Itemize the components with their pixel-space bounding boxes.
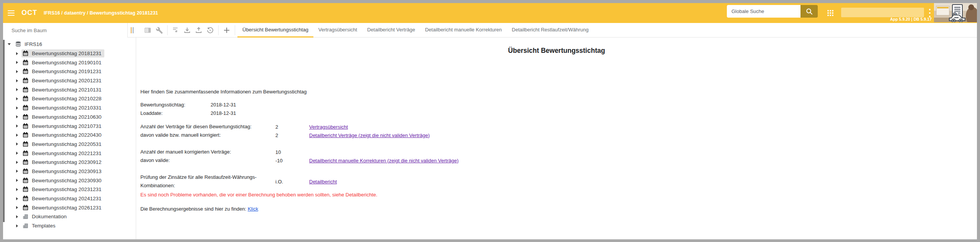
results-link[interactable]: Klick [248,206,258,212]
toolbar: Übersicht Bewertungsstichtag Vertragsübe… [3,23,977,38]
app-header: OCT IFRS16 / dataentry / Bewertungsstich… [3,3,977,23]
wrench-icon[interactable] [153,25,165,36]
tree-item[interactable]: Bewertungsstichtag 20221231 [3,149,136,158]
caret-right-icon[interactable] [16,79,18,82]
caret-right-icon[interactable] [16,97,18,100]
tree-item[interactable]: Dokumentation [3,212,136,221]
calendar-icon [22,77,29,84]
calendar-icon [22,59,29,66]
warning-message: Es sind noch Probleme vorhanden, die vor… [140,192,377,198]
caret-right-icon[interactable] [16,161,18,164]
caret-right-icon[interactable] [16,134,18,137]
upload-icon[interactable] [193,25,204,36]
app-logo: OCT [21,9,37,17]
caret-right-icon[interactable] [16,170,18,173]
tree-item[interactable]: Bewertungsstichtag 20210131 [3,85,136,94]
tree-item-label: Bewertungsstichtag 20241231 [32,196,102,201]
caret-right-icon[interactable] [16,61,18,64]
tree-item[interactable]: Bewertungsstichtag 20210331 [3,103,136,113]
detail-value: 2 [275,124,309,130]
app-window: OCT IFRS16 / dataentry / Bewertungsstich… [3,3,977,239]
tree-item-label: Bewertungsstichtag 20201231 [32,78,102,83]
detail-value: 2 [275,132,309,138]
report-tab[interactable]: Vertragsübersicht [313,23,362,38]
tree-item[interactable]: Bewertungsstichtag 20241231 [3,194,136,203]
tree-item[interactable]: Bewertungsstichtag 20191231 [3,67,136,76]
kebab-menu-icon[interactable] [928,9,931,17]
tree-item[interactable]: Templates [3,221,136,231]
caret-right-icon[interactable] [16,188,18,191]
summary-value: 2018-12-31 [211,101,236,109]
calendar-icon [22,159,29,165]
tree-item[interactable]: Bewertungsstichtag 20181231 [3,49,136,58]
detail-report-link[interactable]: Detailbericht Verträge (zeigt die nicht … [309,132,430,138]
caret-right-icon[interactable] [16,142,18,146]
tree-item-label: Bewertungsstichtag 20210331 [32,105,102,111]
tree-item-label: Bewertungsstichtag 20210131 [32,87,102,93]
detail-row: davon valide: -10 Detailbericht manuelle… [140,156,458,165]
tree-search-input[interactable] [3,23,128,38]
caret-right-icon[interactable] [16,106,18,110]
caret-right-icon[interactable] [16,52,18,55]
summary-label: Bewertungsstichtag: [140,101,211,109]
menu-icon[interactable] [8,10,15,16]
detail-label: davon valide: [140,156,275,165]
tree-item[interactable]: Bewertungsstichtag 20190101 [3,58,136,67]
caret-right-icon[interactable] [16,88,18,91]
caret-right-icon[interactable] [16,197,18,200]
tree-item[interactable]: Bewertungsstichtag 20210630 [3,113,136,122]
detail-value: 10 [275,149,309,155]
tree-item[interactable]: Bewertungsstichtag 20201231 [3,76,136,85]
caret-right-icon[interactable] [16,179,18,182]
report-tab[interactable]: Detailbericht Verträge [362,23,420,38]
report-tab[interactable]: Übersicht Bewertungsstichtag [237,23,313,38]
caret-right-icon[interactable] [16,215,18,218]
detail-value: -10 [275,158,309,164]
download-icon[interactable] [181,25,193,36]
tree-item[interactable]: Bewertungsstichtag 20210731 [3,121,136,131]
breadcrumb: IFRS16 / dataentry / Bewertungsstichtag … [44,10,158,16]
caret-right-icon[interactable] [16,152,18,155]
summary-label: Loaddate: [140,109,211,118]
search-button[interactable] [800,5,818,18]
caret-right-icon[interactable] [16,70,18,73]
caret-right-icon[interactable] [16,224,18,227]
history-icon[interactable] [204,25,216,36]
building-icon [22,222,29,229]
detail-report-link[interactable]: Vertragsübersicht [309,124,348,130]
toolbar-divider [218,25,219,35]
tree-scrollbar[interactable] [3,40,5,222]
global-search-input[interactable] [727,5,800,18]
user-account-area[interactable] [841,8,924,17]
report-tab[interactable]: Detailbericht manuelle Korrekturen [420,23,507,38]
caret-right-icon[interactable] [16,206,18,209]
tree-item[interactable]: Bewertungsstichtag 20230913 [3,167,136,176]
panel-splitter-handle[interactable] [128,23,136,38]
tree-root-ifrs16[interactable]: IFRS16 [3,40,136,49]
detail-label: Prüfung der Zinsätze für alle Restlaufze… [140,173,275,190]
tree-item[interactable]: Bewertungsstichtag 20230930 [3,176,136,185]
tree-item-label: Bewertungsstichtag 20181231 [32,51,102,56]
tree-item[interactable]: Bewertungsstichtag 20230912 [3,158,136,167]
caret-right-icon[interactable] [16,115,18,118]
caret-down-icon[interactable] [8,43,11,45]
report-panel-icon[interactable] [142,25,153,36]
tree-item-label: Bewertungsstichtag 20231231 [32,186,102,192]
detail-report-link[interactable]: Detailbericht manuelle Korrekturen (zeig… [309,158,458,164]
tree-item[interactable]: Bewertungsstichtag 20220531 [3,140,136,149]
toolbar-divider [235,25,235,35]
tree-item[interactable]: Bewertungsstichtag 20220430 [3,131,136,140]
calendar-icon [22,114,29,120]
collapse-list-icon[interactable] [170,25,181,36]
tree-item[interactable]: Bewertungsstichtag 20210228 [3,94,136,103]
tree-item-label: Bewertungsstichtag 20230912 [32,159,102,165]
tree-item[interactable]: Bewertungsstichtag 20231231 [3,185,136,194]
tree-item[interactable]: Bewertungsstichtag 20261231 [3,203,136,212]
calendar-icon [22,150,29,157]
detail-report-link[interactable]: Detailbericht [309,179,337,185]
report-tab[interactable]: Detailbericht Restlaufzeit/Währung [507,23,593,38]
add-tab-icon[interactable] [221,25,232,36]
apps-grid-icon[interactable] [827,9,834,18]
page-title: Übersicht Bewertungsstichtag [136,47,977,55]
caret-right-icon[interactable] [16,124,18,128]
